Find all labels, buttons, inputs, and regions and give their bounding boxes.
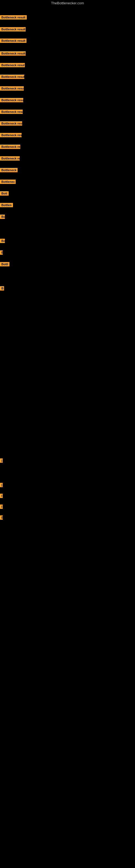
site-title: TheBottlenecker.com xyxy=(0,0,135,6)
bottleneck-badge: Bottleneck result xyxy=(0,27,26,31)
bottleneck-badge: Bottleneck re xyxy=(0,145,20,149)
bottleneck-badge: Bo xyxy=(0,239,5,243)
bottleneck-badge: Bottleneck res xyxy=(0,133,21,137)
bottleneck-badge: Bottleneck r xyxy=(0,168,17,172)
bottleneck-badge: Bottleneck result xyxy=(0,15,27,20)
bottleneck-badge: Bottleneck result xyxy=(0,38,27,43)
bottleneck-badge: Bo xyxy=(0,215,5,219)
bottleneck-badge: Bottleneck resul xyxy=(0,74,24,79)
bottleneck-badge: Bottleneck resu xyxy=(0,98,23,102)
bottleneck-badge: I xyxy=(0,504,3,509)
bottleneck-badge: Bottleneck re xyxy=(0,156,20,161)
bottleneck-badge: Bottleneck resu xyxy=(0,110,23,114)
bottleneck-badge: Bottlen xyxy=(0,203,13,207)
bottleneck-badge: Bottleneck resu xyxy=(0,121,22,126)
bottleneck-badge: B xyxy=(0,286,4,290)
bottleneck-badge: B xyxy=(0,250,3,255)
bottleneck-badge: B xyxy=(0,516,3,520)
bottleneck-badge: | xyxy=(0,458,3,463)
bottleneck-badge: | xyxy=(0,483,3,487)
bottleneck-badge: Bottleneck resul xyxy=(0,63,25,67)
bottleneck-badge: Bott xyxy=(0,191,9,195)
bottleneck-badge: Bottleneck result xyxy=(0,86,24,91)
bottleneck-badge: Bottlenec xyxy=(0,180,16,184)
bottleneck-badge: Bottleneck result xyxy=(0,51,26,56)
bottleneck-badge: I xyxy=(0,494,3,498)
bottleneck-badge: Bottl xyxy=(0,262,9,267)
